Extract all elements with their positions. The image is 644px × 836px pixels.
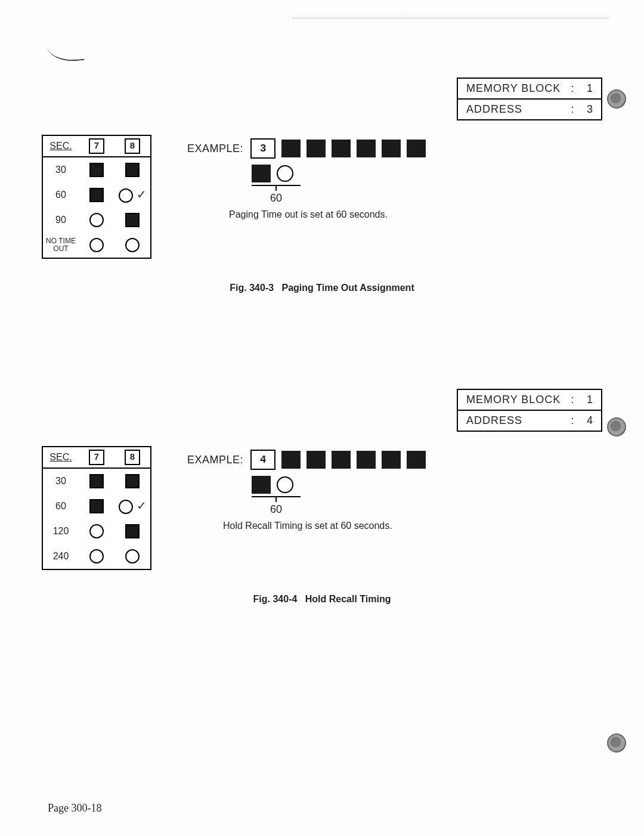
bit-open-icon [119,500,133,514]
memory-block-row: MEMORY BLOCK : 1 [458,390,601,410]
sec-row: 240 [43,544,150,569]
sec-row-label: 90 [43,215,79,225]
digit-frame: 7 [89,138,104,154]
page: MEMORY BLOCK : 1 ADDRESS : 3 SEC. 7 8 [0,0,644,836]
figure-340-3: MEMORY BLOCK : 1 ADDRESS : 3 SEC. 7 8 [42,78,602,293]
checkmark-icon: ✓ [137,498,147,513]
sec-header-label: SEC. [43,138,79,154]
display-blank [252,476,271,494]
display-blank [407,140,426,157]
bit-filled-icon [89,163,104,177]
col-7: 7 [79,447,114,467]
sec-row: 60 ✓ [43,494,150,519]
digit-frame: 7 [89,450,104,465]
display-blank [357,451,376,469]
figure-title: Hold Recall Timing [305,594,391,604]
display-digit: 4 [250,450,275,470]
colon: : [566,103,578,116]
display-blank [407,451,426,469]
display-blank [306,451,326,469]
sec-row-label: 30 [43,476,79,487]
brace-icon [252,493,301,503]
memory-block-label: MEMORY BLOCK [466,82,566,95]
bit-filled-icon [125,474,140,488]
example-row: EXAMPLE: 4 [187,450,426,470]
digit-frame: 8 [125,450,140,465]
memory-address-box: MEMORY BLOCK : 1 ADDRESS : 3 [457,78,602,120]
sec-row-label: 30 [43,165,79,175]
bit-8 [114,238,150,252]
display-blank [252,165,271,182]
bit-7 [79,213,114,227]
bit-7 [79,188,114,202]
display-digit-value: 3 [260,143,267,154]
bit-filled-icon [89,474,104,488]
sec-row-label: NO TIME OUT [43,237,79,253]
display-digit-value: 4 [260,454,267,466]
display-blank [306,140,326,157]
col-7: 7 [79,136,114,156]
bit-open-icon [119,188,133,203]
display-blank [332,140,351,157]
hole-punch-icon [607,417,626,436]
display-blank [382,140,401,157]
address-label: ADDRESS [466,414,566,427]
example-label: EXAMPLE: [187,143,243,155]
memory-block-value: 1 [578,82,593,95]
display-blank [332,451,351,469]
bit-filled-icon [125,524,140,538]
sec-row-label: 60 [43,190,79,200]
sec-table: SEC. 7 8 30 60 ✓ 90 [42,135,151,259]
colon: : [566,414,578,427]
sec-row: 120 [43,519,150,544]
sec-row: 30 [43,469,150,494]
display-row: 4 [250,450,426,470]
example-block: EXAMPLE: 3 [187,138,426,220]
sec-row-label: 240 [43,551,79,562]
brace-row: 60 [252,494,426,516]
sec-body: 30 60 ✓ 120 240 [43,469,150,569]
digit-frame: 8 [125,138,140,154]
sec-row: 30 [43,157,150,182]
bit-8 [114,213,150,227]
sec-header: SEC. 7 8 [43,136,150,157]
display-row: 3 [250,138,426,159]
col-8: 8 [114,447,150,467]
bit-open-icon [89,524,104,538]
checkmark-icon: ✓ [137,187,147,202]
colon: : [566,82,578,95]
brace-row: 60 [252,182,426,205]
figure-id: Fig. 340-3 [230,283,274,293]
brace-icon [252,181,301,192]
example-row: EXAMPLE: 3 [187,138,426,159]
page-number: Page 300-18 [48,802,101,815]
figure-340-4: MEMORY BLOCK : 1 ADDRESS : 4 SEC. 7 8 [42,389,602,605]
example-note: Paging Time out is set at 60 seconds. [229,209,426,220]
bit-open-icon [89,238,104,252]
figure-caption: Fig. 340-3 Paging Time Out Assignment [42,283,602,293]
memory-block-label: MEMORY BLOCK [466,394,566,406]
address-value: 3 [578,103,593,116]
bit-open-icon [125,549,140,563]
sec-row: NO TIME OUT [43,233,150,258]
address-value: 4 [578,414,593,427]
bit-8 [114,163,150,177]
display-blank [357,140,376,157]
example-annotation: 60 [252,503,301,516]
memory-address-box: MEMORY BLOCK : 1 ADDRESS : 4 [457,389,602,432]
col-8: 8 [114,136,150,156]
display-blank [281,140,301,157]
address-label: ADDRESS [466,103,566,116]
bit-8: ✓ [114,187,150,203]
bit-filled-icon [125,163,140,177]
sec-row: 90 [43,208,150,233]
memory-block-value: 1 [578,394,593,406]
memory-block-row: MEMORY BLOCK : 1 [458,79,601,98]
figure-caption: Fig. 340-4 Hold Recall Timing [42,594,602,605]
frame-line [292,18,608,18]
sec-header-label: SEC. [43,450,79,465]
display-blank [382,451,401,469]
sec-body: 30 60 ✓ 90 NO TIME OU [43,157,150,258]
example-annotation: 60 [252,192,301,205]
example-label: EXAMPLE: [187,454,243,466]
